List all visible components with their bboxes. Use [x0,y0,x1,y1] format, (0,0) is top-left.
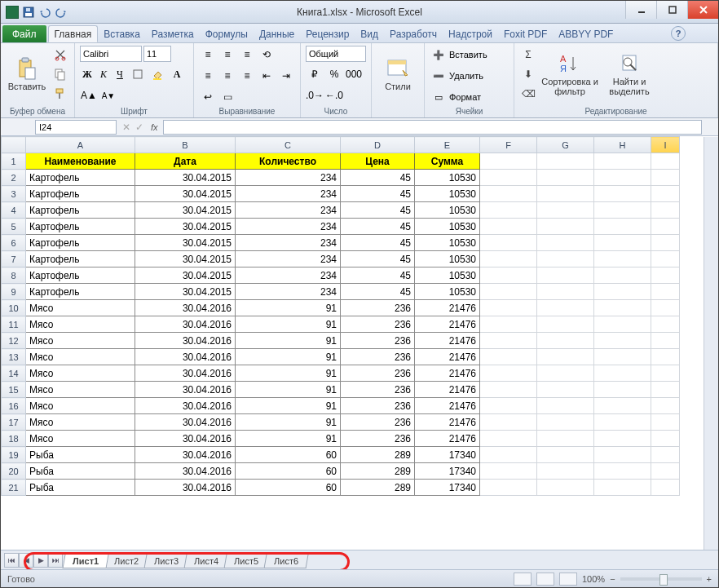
cell[interactable] [537,398,594,414]
cell[interactable] [480,153,537,170]
cell[interactable]: 236 [341,333,415,349]
cell[interactable]: Картофель [26,284,135,300]
cell[interactable]: 21476 [415,349,480,365]
cell[interactable]: 91 [236,382,341,398]
cell[interactable] [651,382,680,398]
cell[interactable]: 60 [236,447,341,463]
cell[interactable]: 234 [236,186,341,202]
row-header[interactable]: 3 [2,186,26,202]
font-size-combo[interactable] [143,46,171,62]
cell[interactable]: Картофель [26,235,135,251]
cell[interactable]: 234 [236,235,341,251]
ribbon-tab-ABBYY PDF[interactable]: ABBYY PDF [553,25,619,42]
cell[interactable]: 234 [236,219,341,235]
view-normal-icon[interactable] [514,573,532,586]
cell[interactable] [480,251,537,267]
cell[interactable]: 30.04.2015 [135,235,236,251]
cell[interactable]: 30.04.2016 [135,365,236,382]
cell[interactable]: Мясо [26,316,135,333]
row-header[interactable]: 1 [2,153,26,170]
help-icon[interactable]: ? [671,26,686,41]
cell[interactable] [594,235,651,251]
cell[interactable]: 45 [341,186,415,202]
sheet-tab-Лист1[interactable]: Лист1 [63,555,109,568]
cell[interactable] [537,316,594,333]
col-header-I[interactable]: I [651,137,680,153]
cell[interactable] [651,267,680,284]
cell[interactable] [537,349,594,365]
font-name-combo[interactable] [80,46,142,62]
cell[interactable]: 21476 [415,365,480,382]
bold-button[interactable]: Ж [80,65,95,83]
cell[interactable]: 17340 [415,447,480,463]
cell[interactable] [651,300,680,316]
cell[interactable]: Сумма [415,153,480,170]
row-header[interactable]: 11 [2,316,26,333]
cell[interactable]: 91 [236,365,341,382]
cell[interactable]: 21476 [415,333,480,349]
dec-decimal-icon[interactable]: ←.0 [325,86,343,104]
cell[interactable]: 17340 [415,463,480,480]
find-select-button[interactable]: Найти и выделить [602,46,656,101]
cell[interactable] [594,251,651,267]
row-header[interactable]: 4 [2,202,26,219]
zoom-out-icon[interactable]: − [610,574,615,584]
copy-icon[interactable] [51,65,69,83]
cell[interactable] [537,463,594,480]
cell[interactable] [537,414,594,431]
clear-icon[interactable]: ⌫ [519,85,537,103]
worksheet-grid[interactable]: ABCDEFGHI1НаименованиеДатаКоличествоЦена… [1,136,718,496]
formula-input[interactable] [163,120,702,135]
cell[interactable]: 21476 [415,398,480,414]
cell[interactable]: Рыба [26,447,135,463]
cell[interactable]: 10530 [415,219,480,235]
name-box[interactable]: I24 [35,120,117,135]
cell[interactable] [594,333,651,349]
cell[interactable] [480,316,537,333]
cell[interactable] [537,431,594,447]
cell[interactable]: 21476 [415,300,480,316]
cell[interactable]: 60 [236,480,341,496]
cell[interactable]: Рыба [26,480,135,496]
cell[interactable] [594,431,651,447]
styles-button[interactable]: Стили [377,46,419,101]
indent-dec-icon[interactable]: ⇤ [258,67,276,85]
underline-button[interactable]: Ч [112,65,127,83]
close-button[interactable] [687,1,718,19]
ribbon-tab-Данные[interactable]: Данные [254,25,300,42]
inc-decimal-icon[interactable]: .0→ [306,86,324,104]
cell[interactable]: 236 [341,365,415,382]
sheet-tab-Лист2[interactable]: Лист2 [104,555,149,568]
cell[interactable]: 236 [341,300,415,316]
row-header[interactable]: 13 [2,349,26,365]
cell[interactable] [651,431,680,447]
sheet-nav-prev-icon[interactable]: ◀ [19,553,33,568]
col-header-A[interactable]: A [26,137,135,153]
cell[interactable] [480,267,537,284]
ribbon-tab-Вид[interactable]: Вид [355,25,384,42]
cell[interactable]: 30.04.2015 [135,219,236,235]
cell[interactable]: 45 [341,267,415,284]
cell[interactable]: Цена [341,153,415,170]
cell[interactable]: 91 [236,431,341,447]
cell[interactable]: 17340 [415,480,480,496]
cut-icon[interactable] [51,46,69,64]
cell[interactable] [651,333,680,349]
sheet-nav-first-icon[interactable]: ⏮ [4,553,19,568]
row-header[interactable]: 5 [2,219,26,235]
cell[interactable] [594,284,651,300]
cancel-icon[interactable]: ✕ [120,122,133,133]
align-right-icon[interactable]: ≡ [238,67,256,85]
cell[interactable] [651,349,680,365]
cell[interactable]: 30.04.2015 [135,202,236,219]
cell[interactable]: 10530 [415,284,480,300]
cell[interactable] [594,398,651,414]
cell[interactable]: 21476 [415,382,480,398]
fill-icon[interactable]: ⬇ [519,65,537,83]
cell[interactable]: 236 [341,431,415,447]
row-header[interactable]: 14 [2,365,26,382]
col-header-F[interactable]: F [480,137,537,153]
col-header-B[interactable]: B [135,137,236,153]
fx-icon[interactable]: fx [146,122,163,132]
cell[interactable] [480,219,537,235]
